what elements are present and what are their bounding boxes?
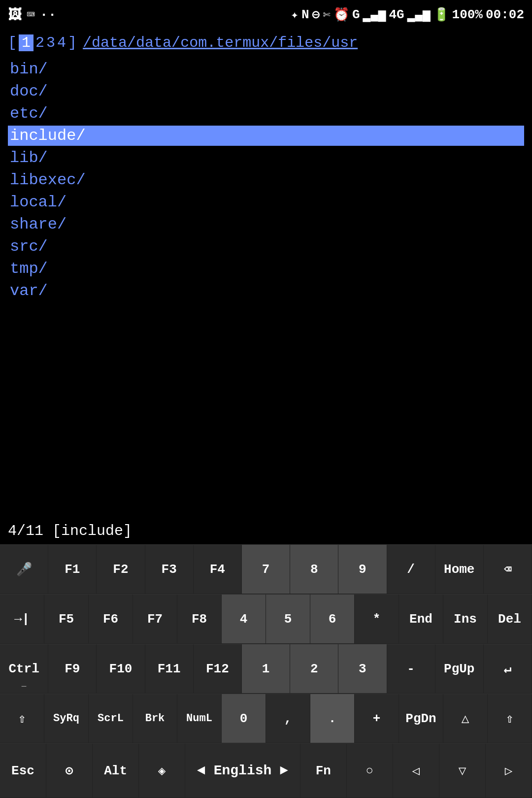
2-key[interactable]: 2: [290, 644, 338, 694]
list-item-selected[interactable]: include/: [8, 126, 524, 146]
6-key[interactable]: 6: [310, 595, 355, 644]
8-key[interactable]: 8: [290, 545, 338, 594]
f5-key[interactable]: F5: [44, 595, 89, 644]
tab-bar: [ 1 2 3 4 ] /data/data/com.termux/files/…: [8, 34, 524, 51]
circle-key[interactable]: ○: [347, 744, 393, 798]
1-key[interactable]: 1: [242, 644, 290, 694]
ctrl-key[interactable]: Ctrl─: [0, 644, 48, 694]
tools-icon: ✄: [323, 7, 331, 23]
f4-key[interactable]: F4: [194, 545, 242, 594]
list-item[interactable]: doc/: [8, 81, 524, 101]
terminal-path: /data/data/com.termux/files/usr: [83, 34, 358, 51]
terminal: [ 1 2 3 4 ] /data/data/com.termux/files/…: [0, 30, 532, 518]
f1-key[interactable]: F1: [48, 545, 97, 594]
bluetooth-icon: ✦: [291, 7, 299, 23]
tab-bracket-open: [: [8, 34, 17, 51]
f3-key[interactable]: F3: [145, 545, 194, 594]
5-key[interactable]: 5: [266, 595, 310, 644]
enter-key[interactable]: ↵: [484, 644, 532, 694]
slash-key[interactable]: /: [387, 545, 435, 594]
shift-key[interactable]: ⇧: [0, 694, 44, 743]
tab-3[interactable]: 3: [46, 34, 55, 51]
battery-icon: 🔋: [433, 7, 449, 23]
alarm-icon: ⏰: [333, 7, 349, 23]
status-right: ✦ N ⊖ ✄ ⏰ G ▂▄▆ 4G ▂▄▆ 🔋 100% 00:02: [291, 7, 524, 23]
shift2-key[interactable]: ⇧: [488, 694, 532, 743]
battery-percent: 100%: [452, 7, 483, 22]
settings-key[interactable]: ⊙: [46, 744, 93, 798]
minus-circle-icon: ⊖: [312, 7, 320, 23]
forward-key[interactable]: ▷: [486, 744, 532, 798]
list-item[interactable]: var/: [8, 281, 524, 301]
clock: 00:02: [486, 7, 524, 22]
back-key[interactable]: ◁: [393, 744, 439, 798]
mic-key[interactable]: 🎤: [0, 545, 48, 594]
esc-key[interactable]: Esc: [0, 744, 46, 798]
f7-key[interactable]: F7: [133, 595, 177, 644]
tab-2[interactable]: 2: [35, 34, 44, 51]
diamond-key[interactable]: ◈: [139, 744, 185, 798]
alt-key[interactable]: Alt: [93, 744, 139, 798]
9-key[interactable]: 9: [338, 545, 387, 594]
minus-key[interactable]: -: [387, 644, 435, 694]
plus-key[interactable]: +: [355, 694, 399, 743]
f6-key[interactable]: F6: [89, 595, 133, 644]
brk-key[interactable]: Brk: [133, 694, 177, 743]
tab-4[interactable]: 4: [57, 34, 66, 51]
f2-key[interactable]: F2: [97, 545, 145, 594]
numl-key[interactable]: NumL: [177, 694, 222, 743]
keyboard-row-2: →| F5 F6 F7 F8 4 5 6 * End Ins Del: [0, 594, 532, 644]
fn-key[interactable]: Fn: [300, 744, 347, 798]
home-key[interactable]: Home: [435, 545, 484, 594]
list-item[interactable]: bin/: [8, 59, 524, 79]
4g-icon: 4G: [389, 7, 404, 22]
tab-bracket-close: ]: [68, 34, 77, 51]
tab-1[interactable]: 1: [19, 34, 33, 51]
status-bar: 🖼 ⌨ ·· ✦ N ⊖ ✄ ⏰ G ▂▄▆ 4G ▂▄▆ 🔋 100% 00:…: [0, 0, 532, 30]
up-nav-key[interactable]: △: [443, 694, 488, 743]
del-key[interactable]: Del: [488, 595, 532, 644]
list-item[interactable]: src/: [8, 236, 524, 257]
status-left: 🖼 ⌨ ··: [8, 6, 56, 23]
list-item[interactable]: share/: [8, 214, 524, 234]
signal2-icon: ▂▄▆: [407, 7, 431, 23]
status-line: 4/11 [include]: [0, 518, 532, 544]
keyboard-row-bottom: Esc ⊙ Alt ◈ ◄ English ► Fn ○ ◁ ▽ ▷: [0, 743, 532, 798]
f9-key[interactable]: F9: [48, 644, 97, 694]
n-icon: N: [301, 7, 309, 22]
list-item[interactable]: local/: [8, 192, 524, 212]
end-key[interactable]: End: [399, 595, 443, 644]
keyboard-row-1: 🎤 F1 F2 F3 F4 7 8 9 / Home ⌫: [0, 544, 532, 594]
english-key[interactable]: ◄ English ►: [185, 744, 300, 798]
image-icon: 🖼: [8, 6, 22, 23]
comma-key[interactable]: ,: [266, 694, 310, 743]
down-nav-key[interactable]: ▽: [439, 744, 486, 798]
3-key[interactable]: 3: [338, 644, 387, 694]
signal1-icon: ▂▄▆: [363, 7, 386, 23]
backspace-key[interactable]: ⌫: [484, 545, 532, 594]
f8-key[interactable]: F8: [177, 595, 222, 644]
pgdn-key[interactable]: PgDn: [399, 694, 443, 743]
keyboard-row-3: Ctrl─ F9 F10 F11 F12 1 2 3 - PgUp ↵: [0, 644, 532, 694]
pgup-key[interactable]: PgUp: [435, 644, 484, 694]
list-item[interactable]: tmp/: [8, 259, 524, 279]
keyboard-row-4: ⇧ SyRq ScrL Brk NumL 0 , . + PgDn △ ⇧: [0, 694, 532, 743]
f11-key[interactable]: F11: [145, 644, 194, 694]
f12-key[interactable]: F12: [194, 644, 242, 694]
scrl-key[interactable]: ScrL: [89, 694, 133, 743]
tab-key[interactable]: →|: [0, 595, 44, 644]
list-item[interactable]: libexec/: [8, 170, 524, 190]
7-key[interactable]: 7: [242, 545, 290, 594]
list-item[interactable]: etc/: [8, 103, 524, 124]
syrq-key[interactable]: SyRq: [44, 694, 89, 743]
ins-key[interactable]: Ins: [443, 595, 488, 644]
0-key[interactable]: 0: [222, 694, 266, 743]
keyboard-icon: ⌨: [27, 6, 35, 23]
dots-icon: ··: [40, 7, 57, 23]
f10-key[interactable]: F10: [97, 644, 145, 694]
g-icon: G: [352, 7, 360, 22]
4-key[interactable]: 4: [222, 595, 266, 644]
star-key[interactable]: *: [355, 595, 399, 644]
period-key[interactable]: .: [310, 694, 355, 743]
list-item[interactable]: lib/: [8, 148, 524, 168]
